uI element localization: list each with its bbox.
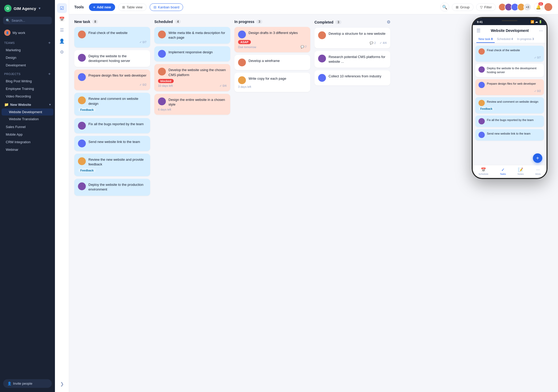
card-review-comment[interactable]: Review and comment on website design Fee… (74, 93, 150, 115)
sidebar-my-work[interactable]: 👤 My work (0, 27, 55, 38)
col-completed-title: Completed (314, 20, 333, 24)
phone-bottombar: 📅 Schedule ✓ Tasks 📝 Notes ··· More (473, 165, 546, 178)
card-develop-cms[interactable]: Develop the website using the chosen CMS… (154, 64, 230, 91)
phone-screen: 9:41 📶 ☁ 🔋 ☰ Website Development ··· New… (473, 18, 546, 178)
sidebar-item-webinar[interactable]: Webinar (2, 146, 53, 153)
card-design-entire[interactable]: Design the entire website in a chosen st… (154, 94, 230, 115)
icon-settings[interactable]: ⚙ (57, 47, 67, 57)
card-title: Implement responsive design (168, 50, 227, 55)
group-button[interactable]: ⊞ Group (452, 3, 474, 11)
card-deploy-prod[interactable]: Deploy the website to the production env… (74, 179, 150, 195)
sidebar-item-marketing[interactable]: Marketing (2, 46, 53, 54)
icon-person[interactable]: 👤 (57, 36, 67, 46)
sidebar-item-website-translation[interactable]: Website Translation (2, 116, 53, 123)
phone-more-label: More (535, 173, 541, 175)
col-scheduled-cards: Write meta title & meta description for … (154, 27, 230, 115)
card-avatar (78, 54, 86, 62)
app-logo[interactable]: G GIM Agency ▾ (0, 0, 55, 17)
kanban-board-button[interactable]: ⊟ Kanban board (150, 3, 183, 11)
sidebar-item-website-development[interactable]: Website Development (2, 108, 53, 116)
phone-menu-icon[interactable]: ☰ (476, 28, 481, 33)
card-research-cms[interactable]: Research potential CMS platforms for web… (314, 51, 390, 68)
sidebar-item-new-website[interactable]: 📁 New Website ▾ (2, 101, 53, 108)
phone-card-4[interactable]: Review and comment on website design Fee… (475, 97, 544, 113)
phone-tab-scheduled[interactable]: Scheduled 4 (495, 36, 515, 43)
card-avatar (158, 68, 166, 76)
phone-bottom-schedule[interactable]: 📅 Schedule (478, 167, 488, 175)
icon-tasks[interactable]: ☑ (57, 3, 67, 13)
phone-card-5[interactable]: Fix all the bugs reported by the team (475, 116, 544, 127)
card-responsive-design[interactable]: Implement responsive design (154, 46, 230, 61)
table-view-button[interactable]: ⊞ Table view (118, 3, 146, 11)
user-avatar[interactable] (544, 3, 553, 11)
icon-sidebar: ☑ 📅 ☰ 👤 ⚙ ❯ (55, 0, 69, 392)
phone-card-meta: ✓ 0/2 (534, 90, 541, 93)
card-write-meta[interactable]: Write meta title & meta description for … (154, 27, 230, 44)
group-label: Group (460, 5, 470, 9)
card-fix-bugs[interactable]: Fix all the bugs reported by the team (74, 118, 150, 133)
phone-bottom-more[interactable]: ··· More (535, 168, 541, 175)
phone-bottom-notes[interactable]: 📝 Notes (517, 167, 524, 175)
card-title: Review and comment on website design (88, 96, 146, 106)
icon-calendar[interactable]: 📅 (57, 14, 67, 24)
group-icon: ⊞ (456, 5, 459, 9)
sidebar-item-design[interactable]: Design (2, 54, 53, 61)
col-in-progress-title: In progress (234, 20, 254, 24)
sidebar: G GIM Agency ▾ 🔍 Search... 👤 My work Tea… (0, 0, 55, 392)
card-final-check[interactable]: Final check of the website ✓ 0/7 (74, 27, 150, 48)
phone-avatar (478, 118, 485, 124)
card-send-link[interactable]: Send new website link to the team (74, 136, 150, 151)
sidebar-item-mobile-app[interactable]: Mobile App (2, 131, 53, 138)
col-new-task: New task 8 Final check of the website ✓ … (74, 20, 150, 387)
add-project-button[interactable]: + (48, 72, 51, 76)
search-placeholder: Search... (12, 19, 25, 22)
phone-tasks-icon: ✓ (501, 167, 505, 172)
sidebar-item-video-recording[interactable]: Video Recording (2, 93, 53, 100)
phone-fab-button[interactable]: + (533, 153, 542, 163)
phone-bottom-tasks[interactable]: ✓ Tasks (500, 167, 506, 175)
search-button[interactable]: 🔍 (440, 3, 449, 11)
filter-button[interactable]: ▽ Filter (476, 3, 496, 11)
sidebar-item-development[interactable]: Development (2, 61, 53, 69)
project-group-new-website: 📁 New Website ▾ Website Development Webs… (2, 101, 53, 123)
new-website-chevron: ▾ (49, 103, 51, 106)
card-design-drafts[interactable]: Design drafts in 3 different styles ASAP… (234, 27, 310, 52)
card-meta-2: ✓ 4/4 (380, 41, 387, 45)
phone-tab-in-progress[interactable]: In progress 3 (515, 36, 536, 43)
phone-tab-new-task[interactable]: New task 8 (476, 36, 495, 43)
sidebar-item-crm-integration[interactable]: CRM Integration (2, 138, 53, 146)
col-in-progress-count: 3 (256, 20, 262, 24)
phone-header: ☰ Website Development ··· (473, 25, 546, 36)
card-write-copy[interactable]: Write copy for each page 3 days left (234, 73, 310, 92)
card-prepare-design[interactable]: Prepare design files for web developer ✓… (74, 70, 150, 90)
icon-collapse[interactable]: ❯ (57, 379, 67, 389)
phone-notch (502, 20, 517, 21)
phone-card-6[interactable]: Send new website link to the team (475, 129, 544, 141)
phone-card-2[interactable]: Deploy the website to the development ho… (475, 64, 544, 77)
phone-card-3[interactable]: Prepare design files for web developer ✓… (475, 79, 544, 95)
col-new-task-header: New task 8 (74, 20, 150, 24)
notifications-button[interactable]: 🔔 11 (534, 3, 543, 11)
new-website-label: New Website (10, 103, 31, 107)
phone-card-title: Deploy the website to the development ho… (487, 66, 541, 74)
phone-card-top: Review and comment on website design (478, 100, 541, 106)
icon-list[interactable]: ☰ (57, 25, 67, 35)
invite-people-button[interactable]: 👤 Invite people (3, 379, 52, 388)
sidebar-item-employee-training[interactable]: Employee Training (2, 85, 53, 93)
card-structure[interactable]: Develop a structure for a new website 💬 … (314, 28, 390, 48)
card-deploy-dev[interactable]: Deploy the website to the development ho… (74, 50, 150, 67)
sidebar-item-sales-funnel[interactable]: Sales Funnel (2, 123, 53, 131)
card-wireframe[interactable]: Develop a wireframe (234, 55, 310, 70)
phone-more-icon[interactable]: ··· (539, 28, 543, 33)
teams-list: Marketing Design Development (0, 46, 55, 69)
add-new-button[interactable]: + Add new (89, 3, 115, 11)
phone-card-1[interactable]: Final check of the website ✓ 0/7 (475, 46, 544, 62)
sidebar-search[interactable]: 🔍 Search... (3, 17, 52, 24)
col-settings-icon[interactable]: ⚙ (387, 20, 390, 25)
teams-section-header: Teams + (0, 38, 55, 46)
phone-mockup: 9:41 📶 ☁ 🔋 ☰ Website Development ··· New… (472, 17, 548, 179)
add-team-button[interactable]: + (48, 41, 51, 45)
card-review-provide-feedback[interactable]: Review the new website and provide feedb… (74, 154, 150, 176)
card-references[interactable]: Collect 10 references from industry (314, 70, 390, 85)
sidebar-item-blog-post[interactable]: Blog Post Writing (2, 77, 53, 85)
